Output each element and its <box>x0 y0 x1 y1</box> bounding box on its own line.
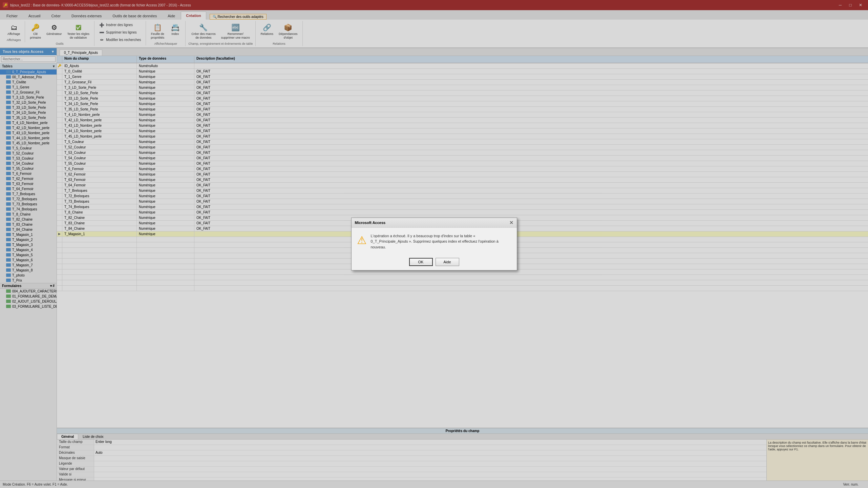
dialog-overlay: Microsoft Access ✕ ⚠ L'opération a échou… <box>0 0 868 488</box>
dialog-title-text: Microsoft Access <box>355 221 386 225</box>
dialog-ok-button[interactable]: OK <box>409 258 433 266</box>
dialog-body: ⚠ L'opération a échoué. Il y a beaucoup … <box>352 228 517 256</box>
dialog-aide-button[interactable]: Aide <box>436 258 459 266</box>
dialog-buttons: OK Aide <box>352 255 517 270</box>
dialog-close-button[interactable]: ✕ <box>509 220 513 225</box>
dialog-microsoft-access: Microsoft Access ✕ ⚠ L'opération a échou… <box>351 218 517 271</box>
warning-icon: ⚠ <box>357 234 367 250</box>
dialog-message: L'opération a échoué. Il y a beaucoup tr… <box>371 233 511 250</box>
dialog-title-bar: Microsoft Access ✕ <box>352 218 517 228</box>
